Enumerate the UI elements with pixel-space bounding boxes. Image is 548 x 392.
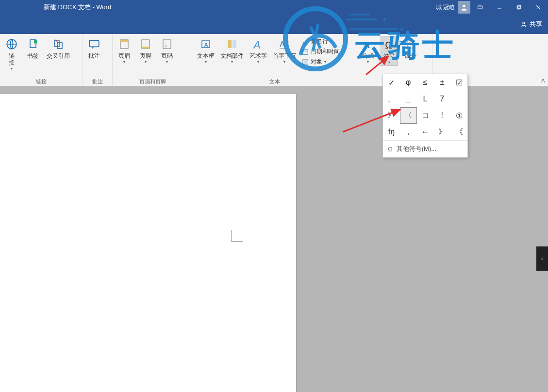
footer-icon xyxy=(138,37,153,51)
wordart-icon: A xyxy=(251,37,266,51)
group-text: A 文本框 ▾ 文档部件 ▾ A 艺术字 ▾ A xyxy=(193,34,356,86)
svg-point-8 xyxy=(523,22,525,24)
document-page[interactable] xyxy=(0,94,296,392)
share-label: 共享 xyxy=(530,20,542,29)
group-label: 文本 xyxy=(193,78,356,86)
minimize-button[interactable] xyxy=(490,0,509,15)
crossref-icon xyxy=(51,37,66,51)
svg-point-0 xyxy=(463,5,465,7)
chevron-down-icon: ▾ xyxy=(11,67,13,71)
symbol-cell[interactable]: ① xyxy=(450,107,467,124)
avatar[interactable] xyxy=(458,1,470,14)
dropcap-icon: A xyxy=(277,37,292,51)
chevron-left-icon: ‹ xyxy=(541,255,543,262)
symbol-cell[interactable]: 》 xyxy=(433,124,450,140)
symbol-cell[interactable]: L xyxy=(417,91,434,107)
symbol-cell[interactable]: ☑ xyxy=(450,74,467,91)
svg-text:#: # xyxy=(165,44,167,49)
symbol-cell[interactable]: ± xyxy=(433,74,450,91)
bookmark-button[interactable]: 书签 xyxy=(24,36,42,60)
share-button[interactable]: 共享 xyxy=(520,20,542,29)
symbol-cell[interactable]: fŋ xyxy=(383,124,400,140)
svg-text:+: + xyxy=(92,40,95,46)
svg-text:A: A xyxy=(280,40,285,49)
parts-icon xyxy=(225,37,239,51)
symbol-grid: ✓φ≤±☑、＿L7》〈□!①fŋ，←》《 xyxy=(383,74,467,140)
svg-text:A: A xyxy=(252,39,260,50)
datetime-icon xyxy=(302,49,309,55)
svg-text:Ω: Ω xyxy=(385,40,392,50)
chevron-down-icon: ▾ xyxy=(231,60,233,64)
symbol-cell[interactable]: □ xyxy=(417,107,434,124)
restore-button[interactable] xyxy=(509,0,529,15)
symbol-cell[interactable]: 、 xyxy=(383,91,400,107)
footer-button[interactable]: 页脚 ▾ xyxy=(137,36,154,65)
symbol-cell[interactable] xyxy=(450,91,467,107)
symbol-dropdown: ✓φ≤±☑、＿L7》〈□!①fŋ，←》《 Ω 其他符号(M)... xyxy=(382,74,468,158)
dropcap-button[interactable]: A 首字下沉 ▾ xyxy=(272,36,297,65)
pagenum-icon: # xyxy=(160,37,174,51)
svg-rect-4 xyxy=(517,6,520,9)
chevron-down-icon: ▾ xyxy=(283,60,285,64)
side-panel-toggle[interactable]: ‹ xyxy=(536,246,548,271)
group-label: 批注 xyxy=(83,78,112,86)
link-icon xyxy=(4,37,19,51)
equation-button[interactable]: π 公式 ▾ xyxy=(359,36,377,65)
comment-icon: + xyxy=(87,37,101,51)
object-button[interactable]: 对象▾ xyxy=(301,57,341,66)
omega-icon: Ω xyxy=(388,146,393,153)
bookmark-icon xyxy=(26,37,40,51)
group-label: 页眉和页脚 xyxy=(113,78,193,86)
ribbon-options-button[interactable] xyxy=(470,0,490,15)
symbol-cell[interactable]: 《 xyxy=(450,124,467,140)
svg-rect-24 xyxy=(228,40,232,48)
pagenum-button[interactable]: # 页码 ▾ xyxy=(158,36,176,65)
share-icon xyxy=(520,20,528,28)
chevron-down-icon: ▾ xyxy=(145,60,147,64)
chevron-down-icon: ▾ xyxy=(205,60,207,64)
group-comments: + 批注 批注 xyxy=(83,34,113,86)
symbol-cell[interactable]: ≤ xyxy=(417,74,434,91)
symbol-cell[interactable]: 》 xyxy=(383,107,400,124)
group-label: 链接 xyxy=(0,78,82,86)
page-margin-mark xyxy=(231,230,243,242)
symbol-cell[interactable]: ， xyxy=(400,124,417,140)
symbol-button[interactable]: Ω 符号 ▾ xyxy=(381,36,398,66)
datetime-button[interactable]: 日期和时间 xyxy=(301,47,341,56)
object-icon xyxy=(302,59,309,65)
group-headerfooter: 页眉 ▾ 页脚 ▾ # 页码 ▾ 页眉和页脚 xyxy=(113,34,193,86)
tabs-row: 共享 xyxy=(0,15,548,34)
textbox-icon: A xyxy=(199,37,213,51)
window-title: 新建 DOCX 文档 - Word xyxy=(44,3,111,12)
symbol-cell[interactable]: 7 xyxy=(433,91,450,107)
sigline-button[interactable]: 签名行▾ xyxy=(301,37,341,46)
symbol-icon: Ω xyxy=(382,37,397,52)
textbox-button[interactable]: A 文本框 ▾ xyxy=(196,36,216,65)
symbol-cell[interactable]: ← xyxy=(417,124,434,140)
symbol-cell[interactable]: 〈 xyxy=(400,107,417,124)
comment-button[interactable]: + 批注 xyxy=(85,36,103,60)
link-button[interactable]: 链 接 ▾ xyxy=(3,36,20,72)
svg-text:#: # xyxy=(409,42,411,45)
chevron-down-icon: ▾ xyxy=(257,60,259,64)
symbol-cell[interactable]: ! xyxy=(433,107,450,124)
symbol-cell[interactable]: φ xyxy=(400,74,417,91)
collapse-ribbon-button[interactable]: ᐱ xyxy=(541,78,545,84)
close-button[interactable] xyxy=(529,0,548,15)
chevron-down-icon: ▾ xyxy=(123,60,125,64)
symbol-cell[interactable]: ✓ xyxy=(383,74,400,91)
header-button[interactable]: 页眉 ▾ xyxy=(116,36,133,65)
parts-button[interactable]: 文档部件 ▾ xyxy=(219,36,245,65)
titlebar-right: 城 冠嘻 xyxy=(436,0,548,15)
svg-rect-1 xyxy=(478,6,482,9)
more-symbols-button[interactable]: Ω 其他符号(M)... xyxy=(383,140,467,157)
number-button[interactable]: # 编号 xyxy=(402,36,419,60)
svg-rect-17 xyxy=(120,40,128,42)
svg-rect-13 xyxy=(57,43,62,49)
svg-rect-19 xyxy=(142,47,149,49)
symbol-cell[interactable]: ＿ xyxy=(400,91,417,107)
crossref-button[interactable]: 交叉引用 xyxy=(46,36,71,60)
wordart-button[interactable]: A 艺术字 ▾ xyxy=(249,36,268,65)
user-icon xyxy=(460,3,468,11)
group-links: 链 接 ▾ 书签 交叉引用 链接 xyxy=(0,34,83,86)
